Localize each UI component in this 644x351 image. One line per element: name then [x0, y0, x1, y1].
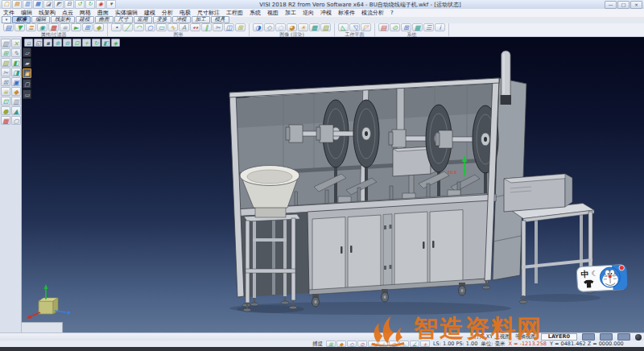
line-icon[interactable]: ╱ [122, 23, 133, 31]
menu-item[interactable]: 标准件 [335, 9, 358, 17]
iso-view-icon[interactable]: ◈ [111, 39, 120, 47]
gem-tool-icon[interactable]: ◆ [11, 87, 21, 96]
ribbon-tab[interactable]: 模具 [211, 16, 229, 23]
erase-tool-icon[interactable]: ⊠ [1, 77, 10, 86]
linetype-icon[interactable]: ≡ [60, 23, 70, 31]
text-icon[interactable]: A [179, 23, 189, 31]
restore-window-icon[interactable]: ▫ [24, 39, 33, 47]
list-tool-icon[interactable]: ≡ [1, 87, 10, 96]
ribbon-tab[interactable]: 加工 [192, 16, 210, 23]
window-control-button[interactable]: × [630, 1, 642, 9]
light-icon[interactable]: ☀ [298, 23, 308, 31]
target-tool-icon[interactable]: ⊡ [1, 97, 10, 105]
front-view-icon[interactable]: ◧ [101, 39, 110, 47]
polar-icon[interactable]: ∠ [410, 341, 419, 347]
viewport-3d[interactable]: 50.8 [22, 37, 644, 332]
dot-tool-icon[interactable]: ● [1, 106, 10, 115]
snap-midpoint-icon[interactable]: ◇ [347, 341, 357, 347]
group-icon[interactable]: ⊞ [82, 23, 93, 31]
export-icon[interactable]: ◩ [54, 0, 64, 9]
workplane-xy-icon[interactable]: ◺ [338, 23, 349, 31]
sketch-tool-icon[interactable]: ✎ [11, 48, 21, 57]
circle-icon[interactable]: ○ [145, 23, 155, 31]
snap-tangent-icon[interactable]: ○ [389, 341, 398, 347]
hatch-tool-icon[interactable]: ▨ [1, 58, 10, 67]
redo-icon[interactable]: ↻ [85, 0, 95, 9]
ribbon-tab[interactable]: 冲模 [172, 16, 191, 23]
grid-icon[interactable]: ⊞ [401, 23, 411, 31]
menu-item[interactable]: 视图 [264, 9, 282, 17]
view-slot-5-icon[interactable]: ▭ [23, 89, 31, 99]
spline-icon[interactable]: ∿ [167, 23, 178, 31]
snap-intersection-icon[interactable]: ✕ [368, 341, 378, 347]
snap-endpoint-icon[interactable]: ◆ [336, 341, 346, 347]
ribbon-tab[interactable]: 变换 [153, 16, 171, 23]
ime-mode-indicator[interactable]: 中 [580, 270, 589, 279]
wireframe-view-icon[interactable]: ◇ [264, 23, 275, 31]
cut-tool-icon[interactable]: ✂ [1, 68, 10, 76]
snap-perpendicular-icon[interactable]: ⊥ [378, 341, 388, 347]
menu-item[interactable]: 加工 [282, 9, 299, 17]
hidden-line-icon[interactable]: ◌ [275, 23, 286, 31]
snap-center-icon[interactable]: ⊙ [357, 341, 367, 347]
layer-manager-icon[interactable]: ▤ [378, 23, 389, 31]
status-meter-3[interactable] [617, 333, 630, 341]
ime-toolbar[interactable]: 中 ☾ [576, 262, 629, 298]
menu-item[interactable]: 冲模 [317, 9, 335, 17]
menu-item[interactable]: 系统 [246, 9, 264, 17]
menu-item[interactable]: 模流分析 [358, 9, 387, 17]
new-file-icon[interactable]: ▢ [2, 0, 11, 9]
dimension-icon[interactable]: ↔ [190, 23, 200, 31]
tracking-icon[interactable]: + [420, 341, 430, 347]
window-control-button[interactable]: □ [617, 1, 630, 9]
array-icon[interactable]: ⊞ [235, 23, 246, 31]
arc-icon[interactable]: ◠ [134, 23, 144, 31]
delete-tool-icon[interactable]: ✕ [11, 39, 21, 47]
ribbon-tab[interactable]: 建模 [76, 16, 94, 23]
properties-icon[interactable]: ▤ [3, 23, 14, 31]
window-control-button[interactable]: — [605, 1, 617, 9]
half-view-icon[interactable]: ◧ [11, 58, 21, 67]
selection-icon[interactable]: ► [71, 23, 81, 31]
snap-settings-icon[interactable]: ⊙ [390, 23, 400, 31]
tile-window-icon[interactable]: ◱ [34, 39, 43, 47]
color-icon[interactable]: ▩ [48, 23, 59, 31]
filter-icon[interactable]: ▼ [14, 23, 25, 31]
rectangle-icon[interactable]: ▭ [156, 23, 167, 31]
menu-item[interactable]: ? [387, 9, 397, 17]
shade-tool-icon[interactable]: ◨ [11, 68, 21, 76]
ribbon-tab[interactable]: 尺寸 [114, 16, 133, 23]
tab-overflow-button[interactable]: ▾ [2, 16, 11, 23]
point-icon[interactable]: • [111, 23, 122, 31]
zoom-out-icon[interactable]: ⊖ [63, 39, 72, 47]
save-all-icon[interactable]: ▦ [33, 0, 43, 9]
layers-icon[interactable]: ≣ [26, 23, 36, 31]
ribbon-tab[interactable]: 线架构 [51, 16, 75, 23]
workplane-align-icon[interactable]: ◹ [349, 23, 360, 31]
circle-tool-icon[interactable]: ○ [11, 116, 21, 125]
workplane-3pt-icon[interactable]: ◸ [361, 23, 371, 31]
texture-icon[interactable]: ▨ [320, 23, 331, 31]
ribbon-tab[interactable]: 曲面 [95, 16, 114, 23]
view-slot-3-icon[interactable]: ▣ [23, 68, 31, 78]
trim-icon[interactable]: ✂ [213, 23, 223, 31]
shaded-view-icon[interactable]: ◑ [253, 23, 263, 31]
open-file-icon[interactable]: ▤ [12, 0, 22, 9]
ribbon-tab[interactable]: 编辑 [31, 16, 50, 23]
triangle-tool-icon[interactable]: ▲ [11, 106, 21, 115]
table-tool-icon[interactable]: ▦ [1, 116, 10, 125]
grid-tool-icon[interactable]: ⊞ [1, 48, 10, 57]
zoom-fit-icon[interactable]: ⊡ [72, 39, 81, 47]
offset-icon[interactable]: ∥ [201, 23, 212, 31]
view-slot-2-icon[interactable]: ▰ [23, 58, 31, 68]
pan-icon[interactable]: + [82, 39, 91, 47]
options-icon[interactable]: ☰ [423, 23, 434, 31]
solid-tool-icon[interactable]: ▣ [11, 77, 21, 86]
ribbon-tab[interactable]: 应用 [134, 16, 152, 23]
lock-icon[interactable]: ◆ [93, 23, 104, 31]
mirror-icon[interactable]: ◫ [224, 23, 234, 31]
wireframe-tool-icon[interactable]: ▧ [1, 39, 10, 47]
print-icon[interactable]: ⊟ [64, 0, 74, 9]
ime-fullhalf-moon-icon[interactable]: ☾ [591, 269, 598, 277]
panel-tool-icon[interactable]: ▥ [11, 97, 21, 105]
